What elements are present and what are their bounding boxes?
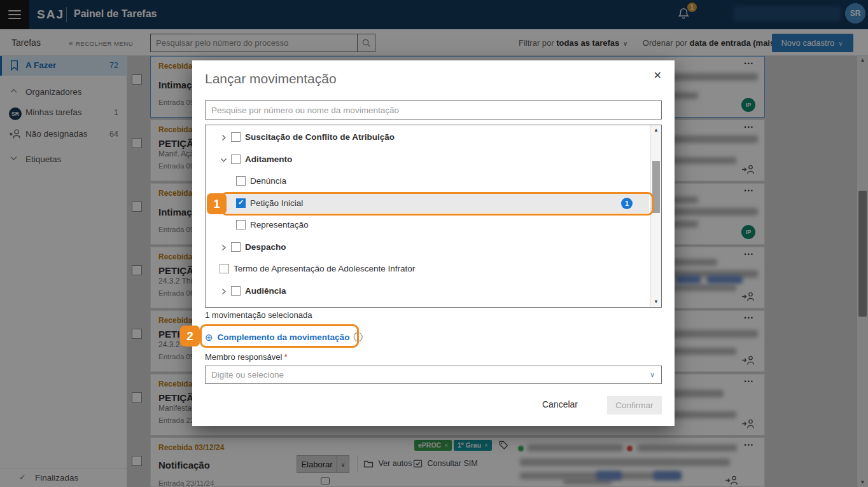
tree-item-representa-o[interactable]: Representação [206, 214, 650, 237]
tree-checkbox[interactable] [236, 176, 246, 186]
tree-item-label: Termo de Apresentação de Adolescente Inf… [234, 264, 415, 273]
chevron-down-icon[interactable] [220, 155, 228, 164]
tree-item-label: Representação [250, 220, 309, 230]
tree-item-suscita-o-de-conflito-de-atribui-o[interactable]: Suscitação de Conflito de Atribuição [206, 127, 650, 149]
tree-item-despacho[interactable]: Despacho [206, 237, 650, 259]
cancel-button[interactable]: Cancelar [542, 399, 578, 409]
tree-item-audi-ncia[interactable]: Audiência [206, 280, 650, 303]
callout-2-number: 2 [180, 326, 200, 346]
member-label: Membro responsável* [205, 352, 287, 362]
movement-tree: Suscitação de Conflito de AtribuiçãoAdit… [205, 125, 662, 308]
callout-2-outline [200, 324, 359, 348]
launch-movement-modal: Lançar movimentação ✕ Suscitação de Conf… [192, 60, 675, 426]
tree-checkbox[interactable] [236, 220, 246, 230]
tree-checkbox[interactable] [231, 154, 241, 164]
tree-checkbox[interactable] [231, 286, 241, 296]
tree-item-label: Aditamento [245, 154, 292, 164]
tree-checkbox[interactable] [231, 242, 241, 252]
selection-summary: 1 movimentação selecionada [205, 310, 312, 320]
required-asterisk: * [284, 352, 287, 362]
member-select[interactable]: Digite ou selecione ∨ [205, 366, 662, 384]
callout-1-outline [221, 192, 654, 216]
scroll-down-icon[interactable]: ▼ [651, 298, 661, 306]
tree-item-aditamento[interactable]: Aditamento [206, 149, 650, 171]
chevron-right-icon[interactable] [220, 287, 228, 296]
tree-item-den-ncia[interactable]: Denúncia [206, 170, 650, 193]
tree-scrollbar[interactable]: ▲ ▼ [650, 125, 661, 307]
modal-title: Lançar movimentação [205, 71, 337, 86]
app-screen: SAJ Painel de Tarefas 1 SR Tarefas «RECO… [0, 0, 868, 487]
chevron-right-icon[interactable] [220, 133, 228, 142]
tree-checkbox[interactable] [231, 132, 241, 142]
movement-search-input[interactable] [205, 100, 662, 120]
confirm-button[interactable]: Confirmar [607, 396, 662, 415]
tree-item-label: Audiência [245, 286, 286, 296]
tree-item-label: Despacho [245, 242, 286, 252]
tree-item-termo-de-apresenta-o-de-adolescente-infrator[interactable]: Termo de Apresentação de Adolescente Inf… [206, 258, 650, 280]
chevron-down-icon: ∨ [650, 371, 655, 379]
tree-checkbox[interactable] [220, 264, 229, 273]
chevron-right-icon[interactable] [220, 243, 228, 252]
tree-item-label: Denúncia [250, 176, 286, 186]
close-icon[interactable]: ✕ [654, 69, 662, 81]
tree-item-label: Suscitação de Conflito de Atribuição [245, 132, 395, 142]
scroll-up-icon[interactable]: ▲ [651, 126, 661, 135]
